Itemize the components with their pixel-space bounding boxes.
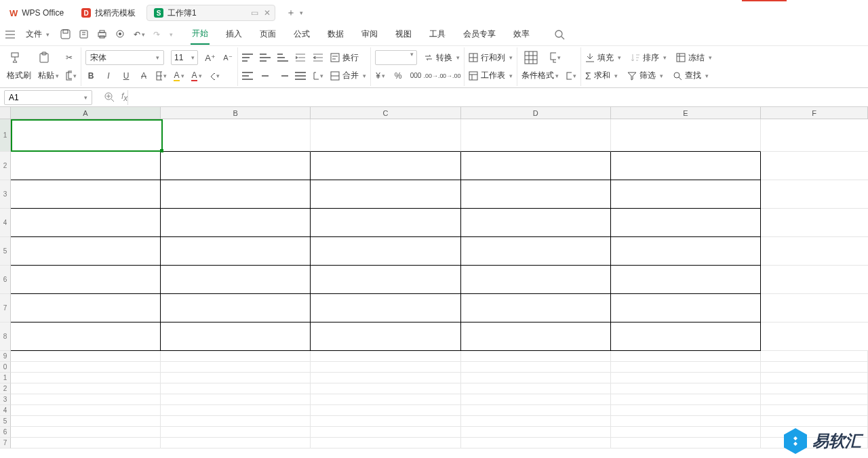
cell[interactable]: [461, 119, 611, 152]
row-header[interactable]: 1: [0, 373, 11, 383]
cell[interactable]: [161, 322, 311, 351]
col-header-F[interactable]: F: [761, 107, 868, 119]
cell[interactable]: [311, 119, 460, 152]
undo-icon[interactable]: ↶▾: [134, 30, 145, 39]
cell[interactable]: [761, 416, 868, 427]
clear-format-icon[interactable]: ▾: [566, 70, 576, 81]
cell[interactable]: [161, 362, 311, 373]
cell[interactable]: [761, 322, 868, 351]
filter-button[interactable]: 筛选▾: [627, 70, 663, 81]
cell[interactable]: [761, 351, 868, 362]
decrease-decimal-icon[interactable]: .0→.00: [446, 70, 456, 81]
cell[interactable]: [461, 209, 611, 237]
wrap-text-button[interactable]: 换行: [330, 52, 359, 64]
preview-icon[interactable]: [115, 29, 125, 39]
fill-color-icon[interactable]: ▾: [209, 70, 220, 81]
cell[interactable]: [461, 427, 611, 438]
cell[interactable]: [311, 438, 460, 449]
cut-icon[interactable]: ✂: [64, 52, 75, 63]
save-icon[interactable]: [60, 29, 71, 39]
paste-button[interactable]: [35, 51, 53, 64]
cell[interactable]: [311, 383, 460, 394]
font-name-select[interactable]: 宋体▾: [85, 50, 164, 65]
tab-insert[interactable]: 插入: [224, 24, 243, 44]
cell[interactable]: [611, 383, 761, 394]
cell[interactable]: [761, 180, 868, 209]
cell[interactable]: [761, 266, 868, 294]
cell[interactable]: [11, 351, 161, 362]
align-justify-icon[interactable]: [295, 70, 306, 81]
cell[interactable]: [161, 266, 311, 294]
cell[interactable]: [11, 427, 161, 438]
cell[interactable]: [311, 405, 460, 416]
cell[interactable]: [11, 180, 161, 209]
cell[interactable]: [761, 294, 868, 322]
cell[interactable]: [461, 351, 611, 362]
formula-input[interactable]: [127, 90, 868, 105]
cell[interactable]: [611, 405, 761, 416]
row-header[interactable]: 0: [0, 362, 11, 373]
tab-review[interactable]: 审阅: [360, 24, 379, 44]
select-all-corner[interactable]: [0, 107, 11, 119]
print-preview-icon[interactable]: [79, 29, 89, 39]
cell[interactable]: [11, 152, 161, 180]
cell[interactable]: [311, 237, 460, 266]
cell[interactable]: [761, 362, 868, 373]
cell[interactable]: [761, 383, 868, 394]
cell[interactable]: [611, 427, 761, 438]
cell[interactable]: [311, 362, 460, 373]
paste-label[interactable]: 粘贴▾: [38, 70, 59, 81]
cell[interactable]: [611, 394, 761, 405]
row-header-1[interactable]: 1: [0, 119, 11, 152]
cell[interactable]: [461, 180, 611, 209]
cell[interactable]: [611, 322, 761, 351]
decrease-font-icon[interactable]: A⁻: [222, 52, 233, 63]
cell[interactable]: [611, 266, 761, 294]
sort-button[interactable]: 排序▾: [631, 52, 667, 64]
highlight-color-icon[interactable]: A▾: [174, 70, 184, 81]
col-header-A[interactable]: A: [11, 107, 161, 119]
search-icon[interactable]: [554, 29, 565, 40]
cell[interactable]: [161, 294, 311, 322]
row-header[interactable]: 3: [0, 394, 11, 405]
cell[interactable]: [611, 209, 761, 237]
cell[interactable]: [311, 416, 460, 427]
align-bottom-icon[interactable]: [277, 52, 288, 63]
cell[interactable]: [461, 405, 611, 416]
number-format-select[interactable]: ▾: [375, 50, 417, 65]
zoom-formula-icon[interactable]: [104, 92, 115, 102]
cell[interactable]: [461, 152, 611, 180]
row-header[interactable]: 4: [0, 209, 11, 237]
cell[interactable]: [11, 373, 161, 383]
table-style-button[interactable]: [521, 51, 540, 64]
cell[interactable]: [311, 373, 460, 383]
cell[interactable]: [461, 294, 611, 322]
cell[interactable]: [761, 405, 868, 416]
increase-font-icon[interactable]: A⁺: [205, 52, 216, 63]
cond-format-button[interactable]: 条件格式▾: [521, 70, 559, 81]
tab-view[interactable]: 视图: [394, 24, 413, 44]
cell[interactable]: [611, 294, 761, 322]
cell[interactable]: [11, 294, 161, 322]
close-icon[interactable]: ✕: [264, 8, 271, 18]
cell[interactable]: [461, 394, 611, 405]
font-color-icon[interactable]: A▾: [191, 70, 202, 81]
file-menu[interactable]: 文件 ▾: [26, 28, 50, 40]
cell[interactable]: [161, 351, 311, 362]
cell[interactable]: [761, 237, 868, 266]
font-size-select[interactable]: 11▾: [171, 50, 198, 65]
borders-icon[interactable]: ▾: [156, 70, 167, 81]
tab-data[interactable]: 数据: [326, 24, 345, 44]
orientation-icon[interactable]: ▾: [313, 70, 323, 81]
cell[interactable]: [11, 362, 161, 373]
cell[interactable]: [311, 394, 460, 405]
cell[interactable]: [311, 427, 460, 438]
cell[interactable]: [611, 373, 761, 383]
worksheet-button[interactable]: 工作表▾: [469, 70, 513, 81]
row-header[interactable]: 9: [0, 351, 11, 362]
strikethrough-icon[interactable]: A: [138, 70, 149, 81]
new-tab-button[interactable]: ＋▾: [286, 7, 303, 19]
cell[interactable]: [161, 405, 311, 416]
sum-button[interactable]: Σ求和▾: [585, 70, 618, 81]
cell[interactable]: [311, 180, 460, 209]
